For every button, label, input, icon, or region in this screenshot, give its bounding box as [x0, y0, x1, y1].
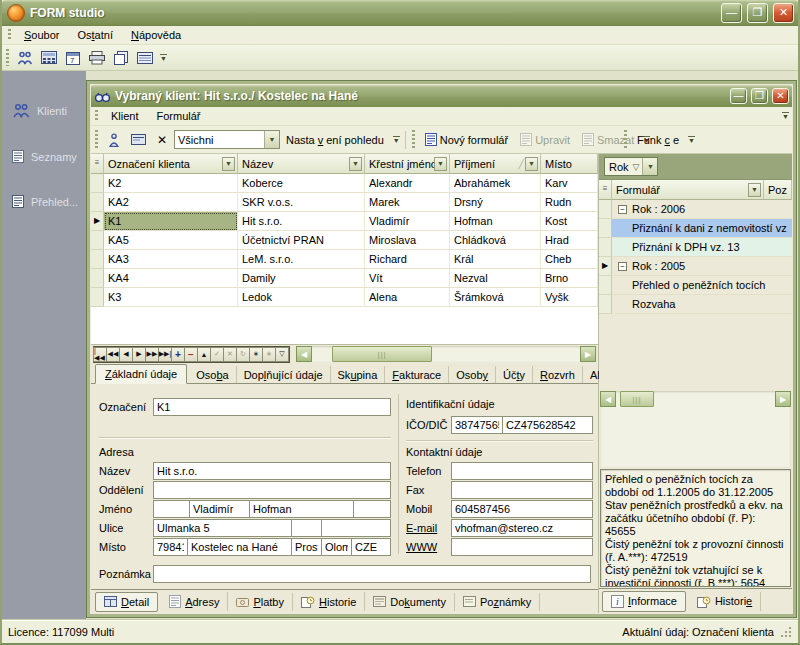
nazev-field[interactable] [153, 462, 391, 480]
zip-field[interactable] [153, 538, 188, 556]
tab-rozvrh[interactable]: Rozvrh [533, 366, 583, 383]
group-grip[interactable] [95, 130, 98, 149]
view-tab-adresy[interactable]: Adresy [161, 592, 228, 611]
group-grip[interactable] [624, 130, 627, 149]
minimize-button[interactable]: — [721, 3, 742, 23]
client-menu-klient[interactable]: Klient [102, 108, 148, 124]
street-field[interactable] [153, 519, 292, 537]
client-menu-formul[interactable]: Formulář [148, 108, 210, 124]
group-dropdown-icon[interactable]: ▼ [642, 158, 657, 175]
grid-hscrollbar[interactable]: ◀ ||| ▶ [296, 346, 596, 362]
scroll-right-icon[interactable]: ▶ [775, 391, 791, 407]
grid-cell[interactable]: Cheb [541, 250, 598, 269]
row-marker-icon[interactable]: ▶ [599, 257, 612, 276]
view-tab-historie[interactable]: Historie [293, 592, 365, 611]
grid-cell[interactable]: LeM. s.r.o. [238, 250, 365, 269]
last-record-icon[interactable]: ▶▶| [158, 347, 172, 362]
search-icon[interactable]: ∗ [249, 347, 263, 362]
grid-cell[interactable]: Král [450, 250, 541, 269]
grid-cell[interactable]: Vít [365, 269, 450, 288]
grid-cell[interactable]: Alexandr [365, 174, 450, 193]
tab-doplujcdaje[interactable]: Doplňující údaje [237, 366, 331, 383]
client-row-KA2[interactable]: KA2SKR v.o.s.MarekDrsnýRudn [91, 193, 598, 212]
tab-zkladndaje[interactable]: Základní údaje [95, 364, 187, 384]
toolbar-grip[interactable] [6, 49, 9, 67]
row-selector[interactable] [91, 231, 104, 250]
column-filter-icon[interactable]: ▼ [525, 157, 538, 171]
tree-item-rozvaha[interactable]: Rozvaha [599, 295, 792, 314]
column-header-3[interactable]: Křestní jméno▼ [365, 154, 450, 174]
www-field[interactable] [451, 538, 593, 556]
group-grip[interactable] [412, 130, 415, 149]
menu-npovda[interactable]: Nápověda [122, 27, 190, 43]
post-edit-icon[interactable]: ✓ [210, 347, 224, 362]
calendar-button[interactable]: 7 [61, 47, 85, 69]
toolbar-overflow-icon[interactable]: ▼ [160, 54, 167, 62]
grid-cell[interactable]: Richard [365, 250, 450, 269]
view-tab-dokumenty[interactable]: Dokumenty [365, 593, 455, 611]
ico-field[interactable] [451, 416, 503, 434]
prior-record-icon[interactable]: ◀ [119, 347, 133, 362]
column-header-4[interactable]: Příjmení╱▼ [450, 154, 541, 174]
menubar-grip[interactable] [8, 29, 11, 42]
view-tab-poznmky[interactable]: Poznámky [455, 593, 540, 611]
first-record-icon[interactable]: |◀◀ [93, 347, 107, 362]
grid-cell[interactable]: Marek [365, 193, 450, 212]
grid-cell[interactable]: Hrad [541, 231, 598, 250]
tree-item-pehledopennchtocch[interactable]: Přehled o peněžních tocích [599, 276, 792, 295]
street-no2-field[interactable] [321, 519, 391, 537]
tree-corner-icon[interactable]: ≡ [599, 180, 612, 200]
city-field[interactable] [187, 538, 292, 556]
scroll-thumb[interactable]: ||| [620, 391, 654, 407]
print-button[interactable] [85, 47, 109, 69]
note-field[interactable] [153, 565, 591, 583]
grid-cell[interactable]: KA2 [104, 193, 238, 212]
edit-record-icon[interactable]: ▲ [197, 347, 211, 362]
grid-cell[interactable]: K3 [104, 288, 238, 307]
grid-corner-icon[interactable]: ≡ [91, 154, 104, 174]
menu-overflow-icon[interactable]: ▼ [782, 112, 789, 120]
client-maximize-button[interactable]: ❐ [751, 88, 768, 104]
client-filter-combo[interactable]: Všichni ▼ [174, 130, 280, 149]
www-label[interactable]: WWW [406, 541, 437, 553]
row-selector[interactable] [91, 250, 104, 269]
panel-tab-informace[interactable]: iInformace [602, 591, 686, 612]
insert-record-icon[interactable]: + [171, 347, 185, 362]
view-settings-button[interactable]: Nastavení pohledu [280, 129, 390, 151]
filter-icon[interactable]: ▽ [275, 347, 289, 362]
grid-cell[interactable]: KA3 [104, 250, 238, 269]
group-by-rok-chip[interactable]: Rok ▽ ▼ [604, 157, 658, 176]
grid-cell[interactable]: K2 [104, 174, 238, 193]
tab-osoby[interactable]: Osoby [449, 366, 496, 383]
prior-page-icon[interactable]: ◀◀ [106, 347, 120, 362]
firstname-field[interactable] [189, 500, 250, 518]
refresh-icon[interactable]: ↻ [236, 347, 250, 362]
column-filter-icon[interactable]: ▼ [222, 157, 235, 171]
mobile-field[interactable] [451, 500, 593, 518]
group-overflow-icon[interactable]: ▼ [688, 136, 695, 144]
calculator-button[interactable] [37, 47, 61, 69]
cancel-edit-icon[interactable]: ✕ [223, 347, 237, 362]
copy-button[interactable] [109, 47, 133, 69]
grid-cell[interactable]: Damily [238, 269, 365, 288]
title-field[interactable] [153, 500, 190, 518]
tree-item-piznnkdphvz13[interactable]: Přiznání k DPH vz. 13 [599, 238, 792, 257]
column-header-5[interactable]: Místo [541, 154, 598, 174]
next-record-icon[interactable]: ▶ [132, 347, 146, 362]
search-next-icon[interactable]: ∗ [262, 347, 276, 362]
clients-button[interactable] [13, 47, 37, 69]
row-selector[interactable] [599, 238, 612, 257]
combo-arrow-icon[interactable]: ▼ [264, 131, 279, 148]
grid-cell[interactable]: Drsný [450, 193, 541, 212]
row-selector[interactable] [599, 276, 612, 295]
email-field[interactable] [451, 519, 593, 537]
client-row-KA3[interactable]: KA3LeM. s.r.o.RichardKrálCheb [91, 250, 598, 269]
delete-client-button[interactable]: ✕ [150, 129, 174, 151]
grid-cell[interactable]: Chládková [450, 231, 541, 250]
column-filter-icon[interactable]: ▼ [434, 157, 447, 171]
grid-cell[interactable]: K1 [104, 212, 238, 231]
grid-cell[interactable]: Kost [541, 212, 598, 231]
tree-item-piznnkdaniznemovitostvz[interactable]: Přiznání k dani z nemovitostí vz [599, 219, 792, 238]
tree-group-rok2006[interactable]: −Rok : 2006 [599, 200, 792, 219]
scroll-right-icon[interactable]: ▶ [580, 346, 596, 362]
